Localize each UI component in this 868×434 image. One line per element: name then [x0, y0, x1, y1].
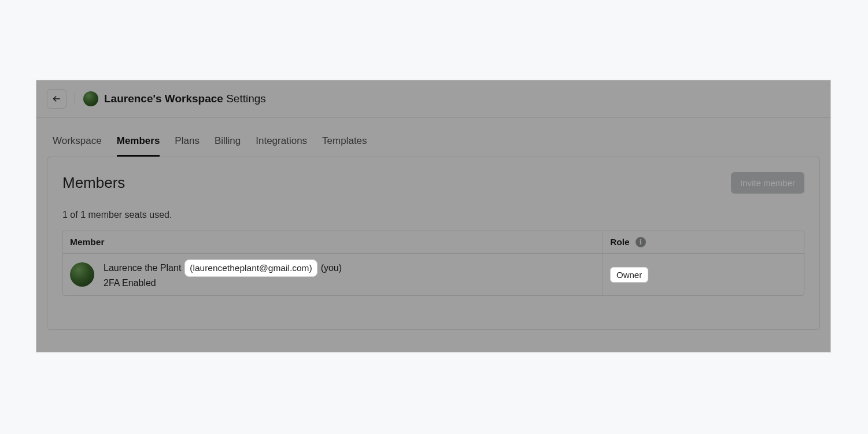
avatar [70, 262, 94, 287]
seats-used-text: 1 of 1 member seats used. [62, 210, 804, 220]
tabs: Workspace Members Plans Billing Integrat… [36, 118, 830, 157]
table-header: Member Role i [63, 231, 804, 254]
page-title: Laurence's Workspace Settings [104, 92, 266, 105]
panel-title: Members [62, 174, 125, 192]
workspace-name: Laurence's Workspace [104, 92, 223, 105]
tab-templates[interactable]: Templates [322, 135, 367, 157]
member-email: (laurencetheplant@gmail.com) [184, 259, 317, 277]
top-bar: Laurence's Workspace Settings [36, 80, 830, 118]
role-cell: Owner [603, 254, 804, 295]
column-header-role-label: Role [610, 237, 630, 247]
tab-plans[interactable]: Plans [175, 135, 200, 157]
tab-workspace[interactable]: Workspace [53, 135, 102, 157]
role-badge: Owner [610, 267, 648, 283]
tab-billing[interactable]: Billing [215, 135, 241, 157]
workspace-avatar [83, 91, 98, 106]
column-header-member: Member [63, 231, 603, 253]
column-header-role: Role i [603, 231, 804, 253]
settings-page: Laurence's Workspace Settings Workspace … [36, 80, 831, 353]
info-icon[interactable]: i [636, 237, 646, 247]
back-button[interactable] [47, 89, 67, 109]
member-you-suffix: (you) [321, 262, 342, 275]
member-text: Laurence the Plant (laurencetheplant@gma… [104, 259, 342, 290]
member-name: Laurence the Plant [104, 262, 181, 275]
members-panel: Members Invite member 1 of 1 member seat… [47, 157, 820, 330]
member-cell: Laurence the Plant (laurencetheplant@gma… [63, 254, 603, 295]
divider [75, 92, 75, 106]
invite-member-button[interactable]: Invite member [731, 172, 804, 194]
members-table: Member Role i Laurence the Plant (lauren… [62, 231, 804, 296]
settings-suffix: Settings [226, 92, 266, 105]
member-2fa-status: 2FA Enabled [104, 277, 342, 290]
tab-integrations[interactable]: Integrations [256, 135, 307, 157]
panel-header: Members Invite member [62, 172, 804, 194]
tab-members[interactable]: Members [117, 135, 160, 157]
arrow-left-icon [52, 94, 61, 103]
table-row: Laurence the Plant (laurencetheplant@gma… [63, 254, 804, 295]
